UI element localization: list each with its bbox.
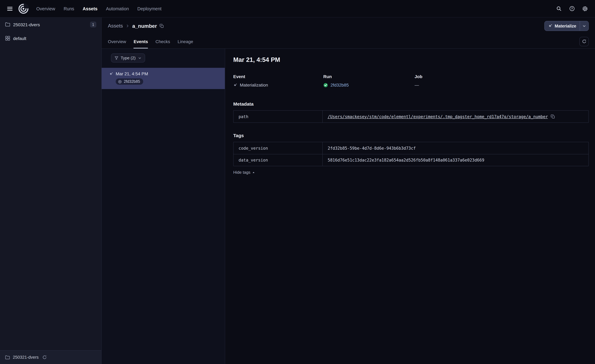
top-nav: Overview Runs Assets Automation Deployme… <box>0 0 595 17</box>
materialize-dropdown-button[interactable] <box>580 21 588 31</box>
table-row: path /Users/smackesey/stm/code/elementl/… <box>234 111 588 122</box>
breadcrumb: Assets a_number <box>108 23 164 29</box>
event-detail-panel: Mar 21, 4:54 PM Event <box>225 49 595 364</box>
metadata-heading: Metadata <box>233 101 589 106</box>
app-root: Overview Runs Assets Automation Deployme… <box>0 0 595 364</box>
page-header: Assets a_number <box>102 17 595 34</box>
tags-heading: Tags <box>233 133 589 138</box>
topnav-actions: ? <box>554 4 590 14</box>
tab-events[interactable]: Events <box>134 34 148 49</box>
settings-icon <box>582 6 588 11</box>
run-id-pill[interactable]: 2fd32b85 <box>116 78 143 85</box>
footer-location-label: 250321-dvers <box>13 355 39 360</box>
sidebar-item-code-location[interactable]: 250321-dvers 1 <box>0 17 101 32</box>
nav-runs[interactable]: Runs <box>64 6 74 11</box>
run-status-icon <box>118 79 122 84</box>
reload-location-icon[interactable] <box>42 355 47 360</box>
menu-button[interactable] <box>5 4 14 13</box>
materialize-button[interactable]: Materialize <box>545 21 580 31</box>
filter-icon <box>114 56 119 60</box>
table-row: data_version 5816d76e51c13dac22e3fa182a6… <box>234 154 588 166</box>
tag-key: data_version <box>234 154 323 166</box>
help-button[interactable]: ? <box>567 4 577 14</box>
copy-asset-name-button[interactable] <box>159 24 164 28</box>
asset-group-icon <box>5 36 10 41</box>
event-detail-title: Mar 21, 4:54 PM <box>233 56 589 63</box>
run-column-label: Run <box>323 74 415 79</box>
menu-icon <box>7 7 12 10</box>
run-link[interactable]: 2fd32b85 <box>331 83 349 87</box>
hide-tags-button[interactable]: Hide tags <box>233 170 255 175</box>
nav-deployment[interactable]: Deployment <box>137 6 162 11</box>
event-summary-columns: Event Materialization <box>233 74 589 87</box>
copy-icon <box>159 24 164 28</box>
chevron-down-icon <box>582 24 586 28</box>
sidebar: 250321-dvers 1 default <box>0 17 102 364</box>
settings-button[interactable] <box>580 4 590 14</box>
svg-text:?: ? <box>571 7 573 10</box>
asset-group-label: default <box>13 36 26 41</box>
copy-icon <box>551 114 555 119</box>
tab-lineage[interactable]: Lineage <box>177 34 193 49</box>
nav-overview[interactable]: Overview <box>36 6 55 11</box>
sidebar-item-default-group[interactable]: default <box>0 32 101 45</box>
primary-nav: Overview Runs Assets Automation Deployme… <box>36 6 162 11</box>
chevron-down-icon <box>138 56 142 60</box>
help-icon: ? <box>569 6 574 11</box>
folder-icon <box>5 355 10 360</box>
tab-overview[interactable]: Overview <box>108 34 126 49</box>
main-content: Assets a_number <box>102 17 595 364</box>
metadata-path-link[interactable]: /Users/smackesey/stm/code/elementl/exper… <box>328 114 548 119</box>
events-list-panel: Type (2) <box>102 49 225 364</box>
job-column-label: Job <box>415 74 589 79</box>
dagster-logo[interactable] <box>18 3 29 14</box>
search-icon <box>556 6 561 11</box>
success-icon <box>323 83 328 87</box>
code-location-label: 250321-dvers <box>13 22 40 27</box>
materialize-icon <box>233 83 237 87</box>
materialize-button-group: Materialize <box>544 21 589 31</box>
asset-count-badge: 1 <box>90 21 96 28</box>
nav-automation[interactable]: Automation <box>106 6 129 11</box>
page-title: a_number <box>132 23 157 29</box>
hide-tags-label: Hide tags <box>233 170 250 175</box>
event-type-filter[interactable]: Type (2) <box>111 53 145 63</box>
filter-label: Type (2) <box>121 56 135 60</box>
materialize-icon <box>548 24 552 28</box>
tag-value: 2fd32b85-59be-4d7d-8d6e-943b6b3d73cf <box>328 146 416 150</box>
event-column: Event Materialization <box>233 74 323 87</box>
nav-assets[interactable]: Assets <box>83 6 98 11</box>
logo-icon <box>18 3 29 14</box>
caret-up-icon <box>252 171 255 174</box>
refresh-icon <box>582 39 586 44</box>
table-row: code_version 2fd32b85-59be-4d7d-8d6e-943… <box>234 142 588 154</box>
event-timestamp: Mar 21, 4:54 PM <box>116 71 148 76</box>
metadata-key: path <box>234 111 323 122</box>
materialize-label: Materialize <box>555 24 576 28</box>
metadata-table: path /Users/smackesey/stm/code/elementl/… <box>233 110 589 123</box>
asset-tabs: Overview Events Checks Lineage <box>108 34 193 49</box>
job-value: — <box>415 83 589 87</box>
event-type-value: Materialization <box>240 83 268 87</box>
breadcrumb-assets-link[interactable]: Assets <box>108 23 123 29</box>
job-column: Job — <box>415 74 589 87</box>
folder-icon <box>5 22 10 27</box>
tag-value: 5816d76e51c13dac22e3fa182a654aa2d526fb50… <box>328 158 484 162</box>
chevron-right-icon <box>125 24 130 28</box>
run-column: Run 2fd32b85 <box>323 74 415 87</box>
run-id-label: 2fd32b85 <box>124 79 140 84</box>
tags-table: code_version 2fd32b85-59be-4d7d-8d6e-943… <box>233 142 589 166</box>
sidebar-footer[interactable]: 250321-dvers <box>0 350 101 364</box>
tag-key: code_version <box>234 142 323 154</box>
refresh-button[interactable] <box>579 37 589 46</box>
event-column-label: Event <box>233 74 323 79</box>
event-list-item[interactable]: Mar 21, 4:54 PM 2fd32b85 <box>102 68 225 89</box>
materialize-icon <box>109 72 113 76</box>
tab-checks[interactable]: Checks <box>156 34 170 49</box>
copy-path-button[interactable] <box>551 114 555 119</box>
tabs-bar: Overview Events Checks Lineage <box>102 34 595 49</box>
search-button[interactable] <box>554 4 564 14</box>
